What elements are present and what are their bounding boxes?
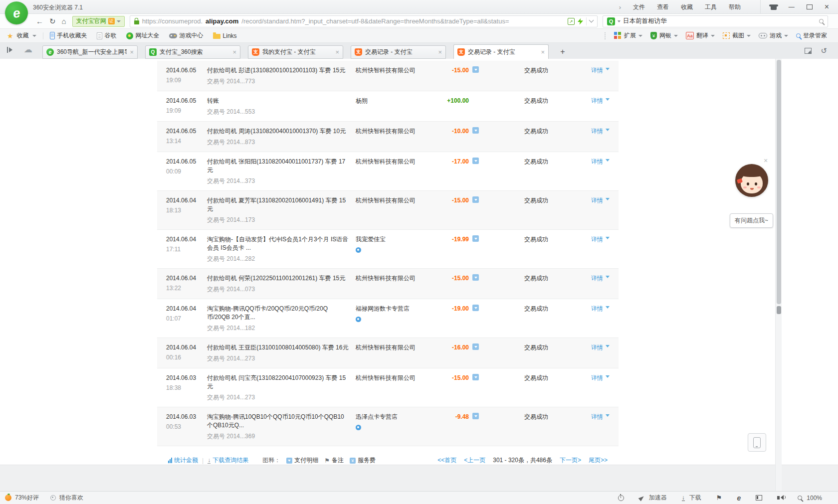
address-input[interactable]: https://consumeprod.alipay.com/record/st… [130,15,598,27]
favorites-dropdown-icon[interactable] [32,35,36,39]
amount-detail-dropdown[interactable] [472,305,479,311]
amount-detail-dropdown[interactable] [472,235,479,242]
tab-close-icon[interactable]: × [335,48,339,56]
bookmark-game-center[interactable]: 游戏中心 [169,31,204,40]
close-button[interactable]: × [825,3,829,11]
tab-close-icon[interactable]: × [541,48,545,56]
tab-transactions-active[interactable]: 支交易记录 - 支付宝× [453,44,549,59]
search-engine-dropdown-icon[interactable] [618,20,621,24]
browser-mode-icon[interactable]: e [737,495,741,502]
favorites-star-icon[interactable]: ★ [7,32,13,39]
detail-link[interactable]: 详情 [591,158,610,165]
guess-you-like-label[interactable]: 猜你喜欢 [59,494,83,502]
session-restore-icon[interactable]: ↺ [821,47,827,54]
bookmark-mobile-favorites[interactable]: 手机收藏夹 [50,31,87,40]
search-icon[interactable] [819,19,824,23]
tab-my-alipay[interactable]: 支我的支付宝 - 支付宝× [248,45,343,59]
tab-360nav[interactable]: e360导航_新一代安全上网导航× [42,45,138,59]
bookmark-site-directory[interactable]: 网址大全 [126,31,160,40]
sidebar-toggle-icon[interactable] [7,47,15,53]
bookmark-links[interactable]: Links [213,32,237,39]
detail-link[interactable]: 详情 [591,197,610,204]
detail-link[interactable]: 详情 [591,374,610,381]
wangwang-icon[interactable] [356,425,361,430]
site-identity-badge[interactable]: 支付宝官网 证 [72,16,125,27]
tab-close-icon[interactable]: × [232,48,236,56]
detail-link[interactable]: 详情 [591,67,610,74]
minimize-button[interactable]: — [789,4,795,10]
menu-file[interactable]: 文件 [633,3,645,11]
accelerator-label[interactable]: 加速器 [649,494,667,502]
search-input[interactable]: 日本前首相访华 [623,17,817,25]
menu-help[interactable]: 帮助 [729,3,741,11]
new-tab-button[interactable]: + [556,46,569,57]
download-label[interactable]: 下载 [689,494,701,502]
stats-link[interactable]: 统计金额 [174,456,198,465]
zoom-level[interactable]: 100% [807,495,822,502]
wangwang-icon[interactable] [356,247,361,253]
extensions-button[interactable]: 扩展 [614,31,642,40]
maximize-button[interactable] [807,4,813,9]
detail-link[interactable]: 详情 [591,275,610,282]
pagination-last[interactable]: 尾页>> [589,456,608,465]
download-icon[interactable]: ↓ [682,495,685,501]
rating-icon[interactable] [5,495,11,501]
login-manager-button[interactable]: 登录管家 [796,31,827,40]
volume-icon[interactable] [777,496,780,500]
tab-close-icon[interactable]: × [438,48,442,56]
back-button[interactable]: ← [36,17,43,25]
amount-detail-dropdown[interactable] [472,413,479,419]
detail-link[interactable]: 详情 [591,413,610,420]
share-icon[interactable]: ↗ [568,18,575,25]
skin-icon[interactable] [771,6,777,10]
tab-close-icon[interactable]: × [130,48,134,56]
amount-detail-dropdown[interactable] [472,66,479,73]
translate-button[interactable]: Aa翻译 [686,31,715,40]
favorites-label[interactable]: 收藏 [17,31,29,40]
assistant-close-icon[interactable]: × [764,157,768,164]
games-button[interactable]: 游戏 [759,31,788,40]
speed-test-icon[interactable] [618,495,624,501]
menu-collapse-icon[interactable]: › [619,3,621,11]
detail-link[interactable]: 详情 [591,344,610,351]
url-history-dropdown-icon[interactable] [589,18,594,23]
rating-label[interactable]: 73%好评 [15,494,39,502]
scrollbar-thumb[interactable] [777,60,781,304]
report-flag-icon[interactable]: ⚑ [716,495,722,501]
home-button[interactable]: ⌂ [62,17,66,25]
detail-link[interactable]: 详情 [591,97,610,104]
vertical-scrollbar[interactable] [775,59,782,491]
cloud-sync-icon[interactable]: ☁ [24,45,32,54]
detail-link[interactable]: 详情 [591,305,610,312]
menu-tools[interactable]: 工具 [705,3,717,11]
scrollbar-thumb-end[interactable] [777,306,781,314]
amount-detail-dropdown[interactable] [472,127,479,134]
amount-detail-dropdown[interactable] [472,274,479,281]
screenshot-button[interactable]: 截图 [723,31,751,40]
pagination-first[interactable]: <<首页 [437,456,456,465]
recently-closed-icon[interactable] [805,48,812,54]
tab-360search[interactable]: Q支付宝_360搜索× [145,45,240,59]
assistant-bubble[interactable]: 有问题点我~ [730,213,773,228]
download-results-link[interactable]: 下载查询结果 [212,456,248,465]
search-engine-icon[interactable]: Q [607,17,615,25]
refresh-button[interactable]: ↻ [49,17,56,25]
amount-detail-dropdown[interactable] [472,158,479,164]
search-box[interactable]: Q 日本前首相访华 [603,15,828,27]
accelerator-icon[interactable] [638,495,645,501]
pagination-prev[interactable]: <上一页 [464,456,485,465]
mobile-qr-button[interactable] [748,433,766,452]
tab-transactions-1[interactable]: 支交易记录 - 支付宝× [351,45,446,59]
amount-detail-dropdown[interactable] [472,374,479,380]
bookmark-google[interactable]: 谷歌 [97,31,117,40]
detail-link[interactable]: 详情 [591,128,610,135]
assistant-avatar[interactable] [735,164,768,197]
guess-you-like-icon[interactable] [50,495,56,501]
wangwang-icon[interactable] [356,317,361,322]
menu-view[interactable]: 查看 [657,3,669,11]
browser-logo-icon[interactable]: e [5,1,28,24]
detail-link[interactable]: 详情 [591,236,610,243]
online-banking-button[interactable]: ¥网银 [650,31,678,40]
amount-detail-dropdown[interactable] [472,196,479,203]
window-layout-icon[interactable] [756,495,762,501]
